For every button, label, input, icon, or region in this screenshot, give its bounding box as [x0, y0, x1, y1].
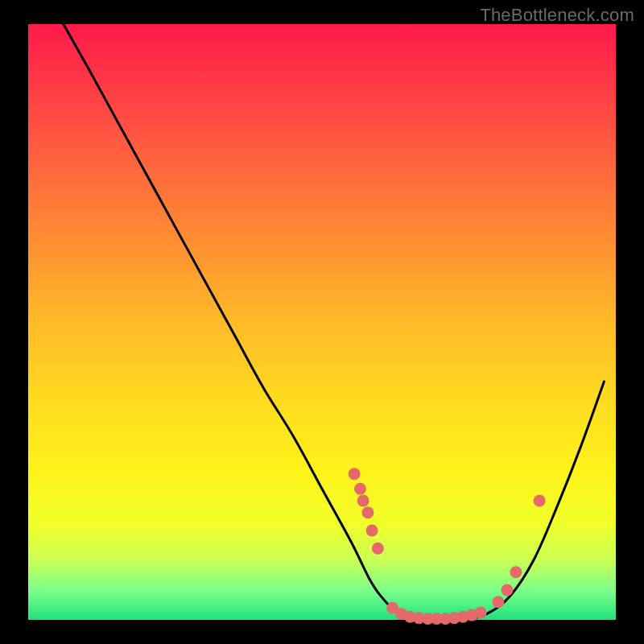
data-point	[361, 506, 374, 518]
data-point	[501, 584, 513, 597]
data-point	[366, 525, 378, 537]
data-point	[534, 495, 546, 507]
data-point	[357, 495, 369, 507]
data-point	[372, 543, 384, 555]
chart-frame: TheBottleneck.com	[0, 0, 644, 644]
data-point	[354, 483, 366, 495]
data-point	[475, 607, 487, 619]
data-point	[510, 566, 522, 578]
plot-background	[28, 24, 616, 620]
watermark-text: TheBottleneck.com	[480, 5, 634, 26]
data-point	[349, 468, 361, 480]
bottleneck-chart	[0, 0, 644, 644]
data-point	[493, 596, 505, 608]
